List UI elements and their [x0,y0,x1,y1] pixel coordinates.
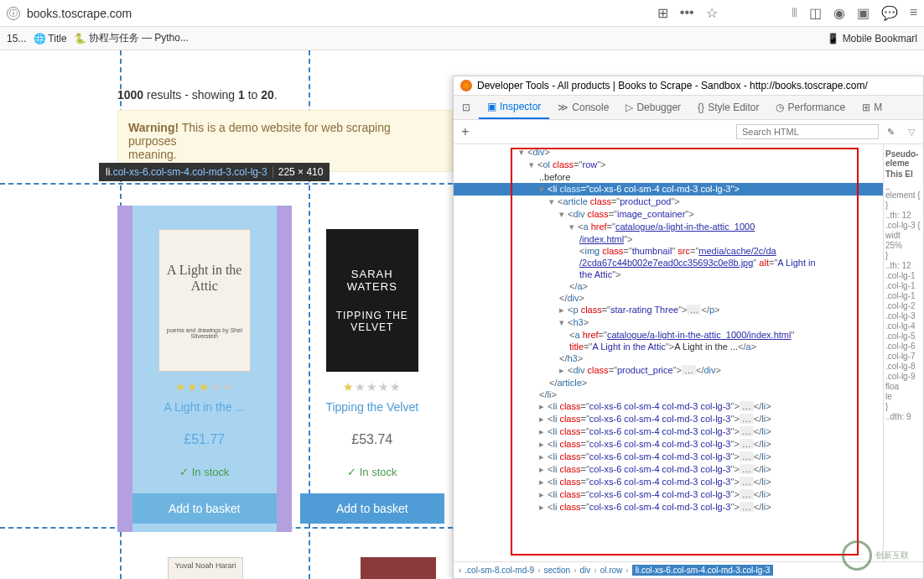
menu-dots-icon[interactable]: ••• [680,5,694,21]
url-text[interactable]: books.toscrape.com [27,7,657,20]
sidebar-icon[interactable]: ◫ [809,5,822,21]
devtools-toolbar: + ✎ ▽ [454,120,923,144]
watermark: 创新互联 [842,539,917,572]
url-bar: ⓘ books.toscrape.com ⊞ ••• ☆ ⫴ ◫ ◉ ▣ 💬 ≡ [0,0,924,27]
product-price: £51.77 [132,432,277,447]
devtools-panel: Developer Tools - All products | Books t… [453,76,924,579]
product-card[interactable]: SARAH WATERS TIPPING THE VELVET ★★★★★ Ti… [292,206,453,532]
tab-more[interactable]: ⊞ M [854,96,890,118]
tab-debugger[interactable]: ▷ Debugger [617,96,689,118]
tab-style-editor[interactable]: {} Style Editor [689,96,767,118]
bookmark-item[interactable]: 🌐Title [34,33,66,44]
add-to-basket-button[interactable]: Add to basket [300,493,444,524]
add-to-basket-button[interactable]: Add to basket [132,493,277,524]
mobile-bookmarks[interactable]: 📱 Mobile Bookmarl [827,33,917,44]
python-icon: 🐍 [75,34,86,44]
bookmark-item[interactable]: 15... [7,33,26,44]
html-tree[interactable]: ▾<div> ▾<ol class="row"> ..before ▾<li c… [454,144,883,561]
tab-inspector[interactable]: ▣ Inspector [479,96,549,119]
results-text: 1000 results - showing 1 to 20. [117,88,453,102]
hamburger-icon[interactable]: ≡ [910,5,917,21]
mobile-icon: 📱 [827,33,839,44]
devtools-tabs: ⊡ ▣ Inspector ≫ Console ▷ Debugger {} St… [454,96,923,120]
library-icon[interactable]: ⫴ [792,5,797,21]
bookmark-bar: 15... 🌐Title 🐍协程与任务 — Pytho... 📱 Mobile … [0,27,924,50]
add-element-button[interactable]: + [457,123,474,140]
product-card[interactable]: A Light in the Attic poems and drawings … [117,206,292,532]
stock-status: In stock [132,466,277,478]
product-row: Yuval Noah Harari [117,557,453,579]
product-title-link[interactable]: Tipping the Velvet [300,400,444,414]
book-cover[interactable] [361,557,436,579]
book-cover[interactable]: Yuval Noah Harari [168,557,243,579]
element-tooltip: li.col-xs-6.col-sm-4.col-md-3.col-lg-3 2… [99,163,330,181]
filter-icon[interactable]: ▽ [903,127,920,138]
reader-icon[interactable]: ⊞ [657,5,668,21]
globe-icon: 🌐 [34,34,44,44]
css-rules-pane[interactable]: Pseudo-eleme This El _ element { } ..th:… [883,144,923,561]
book-cover[interactable]: A Light in the Attic poems and drawings … [158,229,251,372]
chat-icon[interactable]: 💬 [881,5,898,21]
book-cover[interactable]: SARAH WATERS TIPPING THE VELVET [326,229,418,372]
tab-performance[interactable]: ◷ Performance [767,96,854,118]
extension-icon[interactable]: ▣ [857,5,869,21]
bookmark-item[interactable]: 🐍协程与任务 — Pytho... [75,31,189,45]
element-picker-button[interactable]: ⊡ [454,96,479,118]
stock-status: In stock [300,466,444,478]
account-icon[interactable]: ◉ [833,5,845,21]
info-icon[interactable]: ⓘ [7,7,20,20]
product-price: £53.74 [300,432,444,447]
tab-console[interactable]: ≫ Console [549,96,617,118]
product-title-link[interactable]: A Light in the ... [132,400,277,414]
devtools-title: Developer Tools - All products | Books t… [454,76,923,96]
product-row: A Light in the Attic poems and drawings … [117,206,453,532]
eyedropper-icon[interactable]: ✎ [882,127,900,138]
selected-element[interactable]: ▾<li class="col-xs-6 col-sm-4 col-md-3 c… [454,183,883,196]
star-icon[interactable]: ☆ [706,5,718,21]
search-html-input[interactable] [736,124,879,139]
star-rating: ★★★★★ [300,380,444,394]
page-content: 1000 results - showing 1 to 20. Warning!… [0,50,453,579]
star-rating: ★★★★★ [132,380,277,394]
firefox-icon [460,80,472,91]
